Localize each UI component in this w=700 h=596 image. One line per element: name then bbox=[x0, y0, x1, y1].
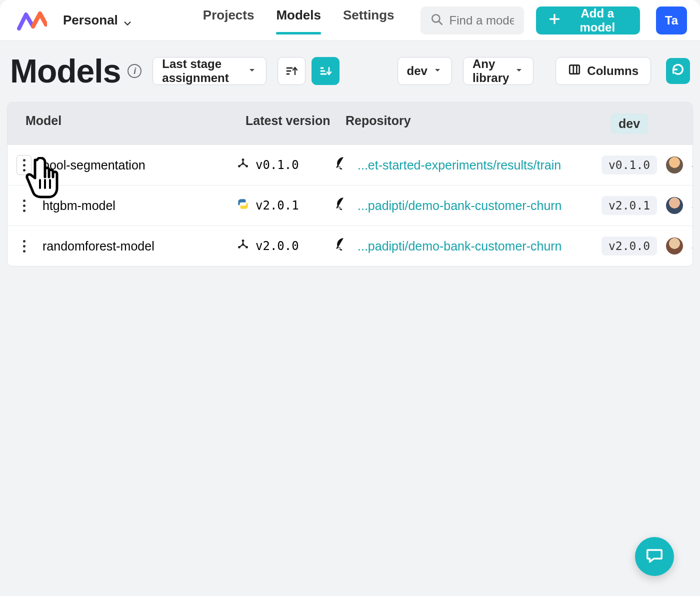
top-navbar: Personal Projects Models Settings Add a … bbox=[0, 0, 700, 41]
th-repo[interactable]: Repository bbox=[346, 114, 610, 134]
sort-field-dropdown[interactable]: Last stage assignment bbox=[152, 57, 266, 85]
model-name: htgbm-model bbox=[42, 198, 116, 213]
caret-down-icon bbox=[247, 64, 257, 78]
search-input[interactable] bbox=[450, 14, 514, 28]
info-icon[interactable]: i bbox=[128, 64, 142, 78]
latest-version: v2.0.1 bbox=[256, 198, 299, 212]
th-dev[interactable]: dev bbox=[610, 114, 648, 134]
table-row[interactable]: randomforest-model v2.0.0 ...padipti/dem… bbox=[8, 226, 692, 266]
avatar bbox=[666, 197, 683, 214]
chat-fab[interactable] bbox=[635, 537, 674, 576]
primary-nav: Projects Models Settings bbox=[203, 8, 394, 33]
columns-button[interactable]: Columns bbox=[556, 57, 651, 85]
nav-projects[interactable]: Projects bbox=[203, 8, 254, 33]
row-menu-button[interactable] bbox=[16, 155, 32, 175]
models-toolbar: Models i Last stage assignment bbox=[0, 41, 700, 102]
table-header: Model Latest version Repository dev bbox=[8, 102, 692, 145]
nav-models[interactable]: Models bbox=[276, 8, 321, 33]
search-box[interactable] bbox=[420, 6, 524, 34]
repo-link[interactable]: ...et-started-experiments/results/train bbox=[358, 158, 561, 172]
dev-version-badge: v2.0.1 bbox=[602, 196, 657, 215]
repo-link[interactable]: ...padipti/demo-bank-customer-churn bbox=[358, 239, 562, 254]
svg-line-26 bbox=[243, 244, 247, 247]
sort-asc-button[interactable] bbox=[278, 57, 306, 85]
refresh-button[interactable] bbox=[666, 58, 690, 84]
sort-desc-button[interactable] bbox=[312, 57, 340, 85]
add-model-label: Add a model bbox=[567, 6, 628, 34]
header-right-button[interactable]: Ta bbox=[656, 6, 687, 34]
github-icon bbox=[336, 197, 350, 214]
app-logo bbox=[17, 10, 47, 32]
plus-icon bbox=[548, 12, 561, 28]
workspace-switcher[interactable]: Personal bbox=[59, 10, 136, 31]
svg-line-18 bbox=[239, 164, 243, 166]
add-model-button[interactable]: Add a model bbox=[536, 6, 640, 34]
model-name: pool-segmentation bbox=[42, 158, 146, 172]
dev-version-badge: v2.0.0 bbox=[602, 236, 657, 256]
graph-icon bbox=[236, 238, 250, 254]
dev-version-badge: v0.1.0 bbox=[602, 156, 657, 174]
dev-timestamp: Jul 22 bbox=[692, 239, 693, 253]
svg-line-1 bbox=[438, 21, 442, 24]
row-menu-button[interactable] bbox=[16, 196, 32, 216]
th-latest[interactable]: Latest version bbox=[246, 114, 346, 134]
page-title: Models i bbox=[10, 52, 142, 90]
table-row[interactable]: pool-segmentation v0.1.0 ...et-started-e… bbox=[8, 145, 692, 185]
avatar bbox=[666, 238, 683, 254]
refresh-icon bbox=[671, 62, 685, 80]
repo-link[interactable]: ...padipti/demo-bank-customer-churn bbox=[358, 198, 562, 213]
models-table: Model Latest version Repository dev pool… bbox=[7, 102, 693, 266]
avatar bbox=[666, 156, 683, 174]
sort-direction-group bbox=[278, 57, 340, 85]
dev-timestamp: Jun 1st bbox=[692, 198, 693, 212]
workspace-name: Personal bbox=[63, 12, 118, 28]
chat-icon bbox=[645, 546, 664, 567]
latest-version: v2.0.0 bbox=[256, 239, 299, 253]
stage-filter-dropdown[interactable]: dev bbox=[398, 57, 452, 85]
table-row[interactable]: htgbm-model v2.0.1 ...padipti/demo-bank-… bbox=[8, 185, 692, 226]
svg-rect-10 bbox=[570, 65, 580, 74]
caret-down-icon bbox=[514, 64, 524, 78]
svg-line-25 bbox=[239, 244, 243, 247]
caret-down-icon bbox=[432, 64, 442, 78]
row-menu-button[interactable] bbox=[16, 236, 32, 256]
github-icon bbox=[336, 238, 350, 254]
chevron-down-icon bbox=[123, 16, 132, 25]
search-icon bbox=[430, 13, 444, 28]
svg-line-19 bbox=[243, 164, 247, 166]
dev-timestamp: 4d ago bbox=[692, 158, 693, 172]
library-filter-dropdown[interactable]: Any library bbox=[463, 57, 534, 85]
python-icon bbox=[236, 198, 250, 214]
nav-settings[interactable]: Settings bbox=[343, 8, 394, 33]
github-icon bbox=[336, 156, 350, 174]
graph-icon bbox=[236, 157, 250, 173]
columns-icon bbox=[568, 63, 581, 79]
model-name: randomforest-model bbox=[42, 239, 154, 254]
th-model[interactable]: Model bbox=[26, 114, 246, 134]
latest-version: v0.1.0 bbox=[256, 158, 299, 172]
